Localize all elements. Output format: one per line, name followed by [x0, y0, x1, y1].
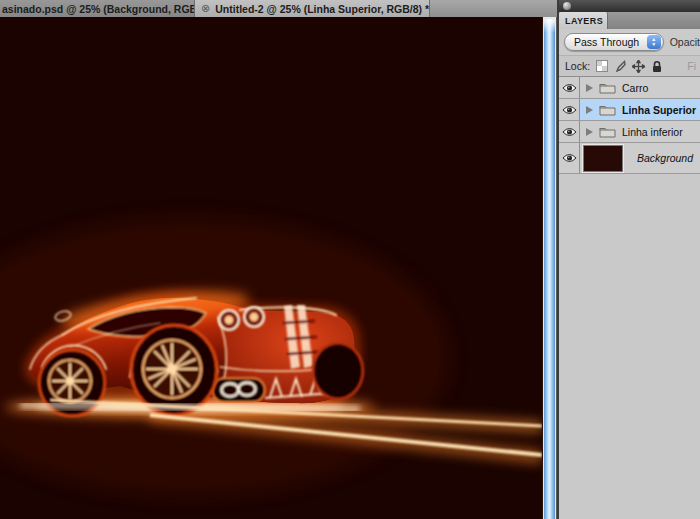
blend-options-row: Pass Through ▲▼ Opacit	[559, 29, 700, 56]
fill-label: Fi	[687, 60, 696, 72]
visibility-toggle[interactable]	[559, 121, 580, 142]
visibility-toggle[interactable]	[559, 99, 580, 120]
document-tab-title: Untitled-2 @ 25% (Linha Superior, RGB/8)…	[215, 3, 429, 15]
layer-name: Linha Superior	[622, 104, 696, 116]
panel-collapse-button[interactable]	[563, 2, 571, 10]
folder-icon	[599, 82, 616, 94]
tab-layers[interactable]: LAYERS	[559, 12, 608, 29]
folder-icon	[599, 126, 616, 138]
lock-position-icon[interactable]	[632, 60, 645, 73]
vertical-scrollbar[interactable]	[542, 17, 557, 519]
close-tab-icon[interactable]: ⊗	[201, 3, 210, 14]
eye-icon	[562, 105, 577, 115]
disclosure-triangle-icon[interactable]	[586, 128, 593, 136]
document-tab-title: asinado.psd @ 25% (Background, RGB/8)	[2, 3, 195, 15]
visibility-toggle[interactable]	[559, 143, 580, 173]
document-tab-asinado[interactable]: asinado.psd @ 25% (Background, RGB/8)	[0, 0, 195, 17]
blend-mode-dropdown[interactable]: Pass Through ▲▼	[564, 33, 664, 51]
scrollbar-thumb[interactable]	[544, 19, 555, 519]
layer-thumbnail[interactable]	[583, 145, 623, 172]
layer-row-background[interactable]: Background	[559, 143, 700, 174]
folder-icon	[599, 104, 616, 116]
layer-name: Background	[637, 152, 693, 164]
lock-transparency-icon[interactable]	[596, 60, 608, 72]
eye-icon	[562, 127, 577, 137]
panel-empty-area	[559, 174, 700, 519]
photoshop-window: asinado.psd @ 25% (Background, RGB/8) ⊗ …	[0, 0, 700, 519]
eye-icon	[562, 83, 577, 93]
car-artwork	[0, 17, 542, 519]
document-tab-untitled2[interactable]: ⊗ Untitled-2 @ 25% (Linha Superior, RGB/…	[195, 0, 430, 17]
layer-row-linha-inferior[interactable]: Linha inferior	[559, 121, 700, 143]
layer-row-carro[interactable]: Carro	[559, 77, 700, 99]
panel-titlebar	[559, 0, 700, 12]
disclosure-triangle-icon[interactable]	[586, 106, 593, 114]
layer-name: Carro	[622, 82, 648, 94]
document-canvas[interactable]	[0, 17, 542, 519]
document-tabbar: asinado.psd @ 25% (Background, RGB/8) ⊗ …	[0, 0, 557, 17]
lock-label: Lock:	[565, 60, 590, 72]
dropdown-stepper-icon[interactable]: ▲▼	[647, 35, 661, 49]
disclosure-triangle-icon[interactable]	[586, 84, 593, 92]
eye-icon	[562, 153, 577, 163]
lock-pixels-icon[interactable]	[614, 60, 626, 72]
layers-list: Carro Linha Superior	[559, 77, 700, 174]
blend-mode-value: Pass Through	[574, 36, 639, 48]
lock-options-row: Lock: Fi	[559, 56, 700, 77]
layer-name: Linha inferior	[622, 126, 683, 138]
opacity-label: Opacit	[670, 36, 700, 48]
visibility-toggle[interactable]	[559, 77, 580, 98]
layers-panel: LAYERS Pass Through ▲▼ Opacit Lock: Fi	[557, 0, 700, 519]
panel-tab-strip: LAYERS	[559, 12, 700, 29]
layer-row-linha-superior[interactable]: Linha Superior	[559, 99, 700, 121]
lock-all-icon[interactable]	[651, 60, 663, 73]
